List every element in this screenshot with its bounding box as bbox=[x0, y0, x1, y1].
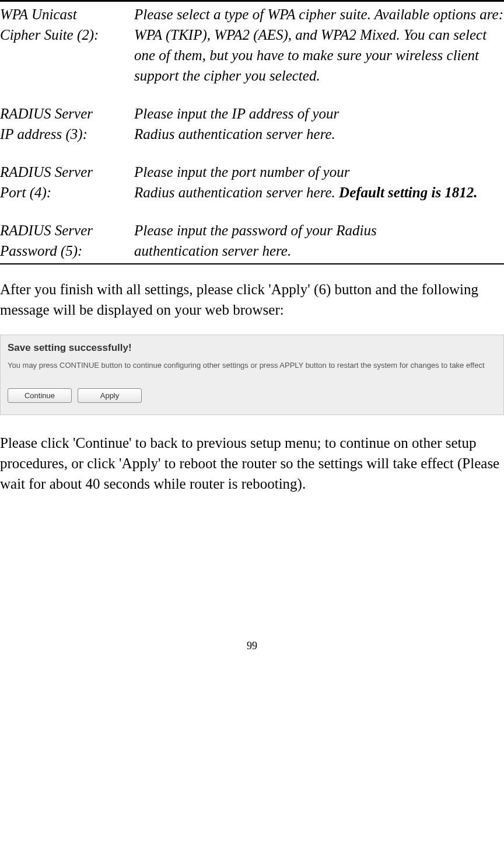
setting-desc: Please select a type of WPA cipher suite… bbox=[134, 4, 504, 86]
label-line2: Password (5): bbox=[0, 243, 82, 259]
continue-button[interactable]: Continue bbox=[8, 388, 72, 403]
save-dialog: Save setting successfully! You may press… bbox=[0, 335, 504, 415]
setting-row-radius-port: RADIUS Server Port (4): Please input the… bbox=[0, 162, 504, 203]
paragraph-before-dialog: After you finish with all settings, plea… bbox=[0, 279, 504, 320]
setting-row-wpa-cipher: WPA Unicast Cipher Suite (2): Please sel… bbox=[0, 4, 504, 86]
setting-desc: Please input the port number of your Rad… bbox=[134, 162, 504, 203]
desc-line1: Please input the password of your Radius bbox=[134, 222, 377, 238]
dialog-text: You may press CONTINUE button to continu… bbox=[8, 361, 496, 371]
label-line1: RADIUS Server bbox=[0, 164, 93, 180]
apply-button[interactable]: Apply bbox=[78, 388, 142, 403]
settings-table: WPA Unicast Cipher Suite (2): Please sel… bbox=[0, 0, 504, 264]
setting-label: RADIUS Server Password (5): bbox=[0, 220, 134, 261]
setting-desc: Please input the password of your Radius… bbox=[134, 220, 504, 261]
desc-line1: Please input the port number of your bbox=[134, 164, 349, 180]
dialog-title: Save setting successfully! bbox=[8, 342, 496, 354]
label-line1: RADIUS Server bbox=[0, 106, 93, 121]
desc-line2: Radius authentication server here. bbox=[134, 126, 335, 142]
setting-row-radius-password: RADIUS Server Password (5): Please input… bbox=[0, 220, 504, 261]
label-line2: Port (4): bbox=[0, 184, 51, 200]
desc-line2-bold: Default setting is 1812. bbox=[339, 184, 478, 200]
setting-label: WPA Unicast Cipher Suite (2): bbox=[0, 4, 134, 86]
label-line1: WPA Unicast bbox=[0, 6, 77, 22]
label-line2: IP address (3): bbox=[0, 126, 88, 142]
page-number: 99 bbox=[0, 640, 504, 652]
desc-line2-prefix: Radius authentication server here. bbox=[134, 184, 339, 200]
desc-line1: Please input the IP address of your bbox=[134, 106, 339, 121]
label-line1: RADIUS Server bbox=[0, 222, 93, 238]
setting-row-radius-ip: RADIUS Server IP address (3): Please inp… bbox=[0, 103, 504, 144]
dialog-buttons: Continue Apply bbox=[8, 388, 496, 403]
paragraph-after-dialog: Please click 'Continue' to back to previ… bbox=[0, 433, 504, 494]
setting-label: RADIUS Server IP address (3): bbox=[0, 103, 134, 144]
label-line2: Cipher Suite (2): bbox=[0, 27, 99, 43]
setting-label: RADIUS Server Port (4): bbox=[0, 162, 134, 203]
desc-line2: authentication server here. bbox=[134, 243, 291, 259]
setting-desc: Please input the IP address of your Radi… bbox=[134, 103, 504, 144]
